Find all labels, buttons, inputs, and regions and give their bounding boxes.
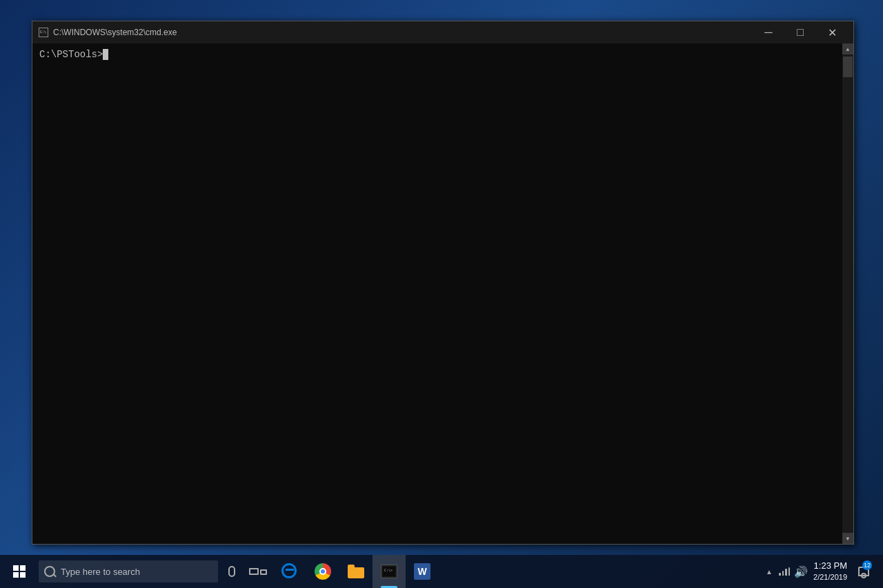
clock-time: 1:23 PM — [813, 560, 847, 572]
cmd-scrollbar[interactable]: ▲ ▼ — [842, 43, 853, 544]
scrollbar-down-button[interactable]: ▼ — [842, 533, 853, 544]
taskbar-app-explorer[interactable] — [339, 555, 373, 588]
cmd-window: C:\WINDOWS\system32\cmd.exe ─ □ ✕ C:\PST… — [32, 21, 854, 545]
tray-expand-button[interactable]: ▲ — [764, 555, 775, 588]
desktop: C:\WINDOWS\system32\cmd.exe ─ □ ✕ C:\PST… — [0, 0, 883, 588]
taskbar: Type here to search — [0, 555, 883, 588]
search-bar[interactable]: Type here to search — [39, 560, 218, 582]
edge-icon — [281, 563, 298, 580]
taskbar-app-cmd[interactable]: C:\> — [373, 555, 406, 588]
cmd-titlebar: C:\WINDOWS\system32\cmd.exe ─ □ ✕ — [32, 21, 853, 43]
task-view-icon — [249, 568, 267, 575]
word-icon: W — [414, 563, 430, 580]
network-icon — [779, 567, 790, 576]
cmd-app-icon — [38, 27, 49, 38]
windows-icon — [13, 565, 26, 578]
close-button[interactable]: ✕ — [816, 21, 848, 43]
titlebar-controls: ─ □ ✕ — [753, 21, 848, 43]
chrome-icon — [315, 563, 331, 580]
system-clock[interactable]: 1:23 PM 2/21/2019 — [811, 560, 850, 582]
task-view-button[interactable] — [243, 555, 273, 588]
notification-center-button[interactable]: 12 — [853, 555, 875, 588]
taskbar-apps: C:\> W — [273, 555, 758, 588]
cmd-window-title: C:\WINDOWS\system32\cmd.exe — [53, 28, 753, 37]
minimize-button[interactable]: ─ — [753, 21, 784, 43]
cmd-prompt-line: C:\PSTools> — [39, 49, 846, 60]
prompt-text: C:\PSTools> — [39, 49, 103, 60]
cmd-body[interactable]: C:\PSTools> ▲ ▼ — [32, 43, 853, 544]
system-tray: ▲ 🔊 1:23 PM 2/21/2019 — [758, 555, 880, 588]
notification-badge: 12 — [862, 560, 872, 570]
taskbar-app-word[interactable]: W — [406, 555, 439, 588]
network-tray-icon[interactable] — [777, 555, 791, 588]
cortana-mic-button[interactable] — [221, 560, 243, 582]
cmd-taskbar-icon: C:\> — [381, 565, 397, 578]
search-placeholder-text: Type here to search — [61, 567, 140, 577]
taskbar-app-edge[interactable] — [273, 555, 306, 588]
clock-date: 2/21/2019 — [813, 572, 847, 582]
taskbar-app-chrome[interactable] — [306, 555, 339, 588]
scrollbar-track[interactable] — [842, 54, 853, 533]
folder-icon — [348, 565, 364, 578]
volume-icon: 🔊 — [794, 565, 808, 578]
search-icon — [44, 566, 55, 577]
scrollbar-thumb[interactable] — [843, 57, 853, 77]
mic-icon — [228, 566, 235, 577]
scrollbar-up-button[interactable]: ▲ — [842, 43, 853, 54]
cursor — [103, 49, 108, 60]
volume-tray-icon[interactable]: 🔊 — [794, 555, 808, 588]
start-button[interactable] — [3, 555, 36, 588]
maximize-button[interactable]: □ — [784, 21, 816, 43]
